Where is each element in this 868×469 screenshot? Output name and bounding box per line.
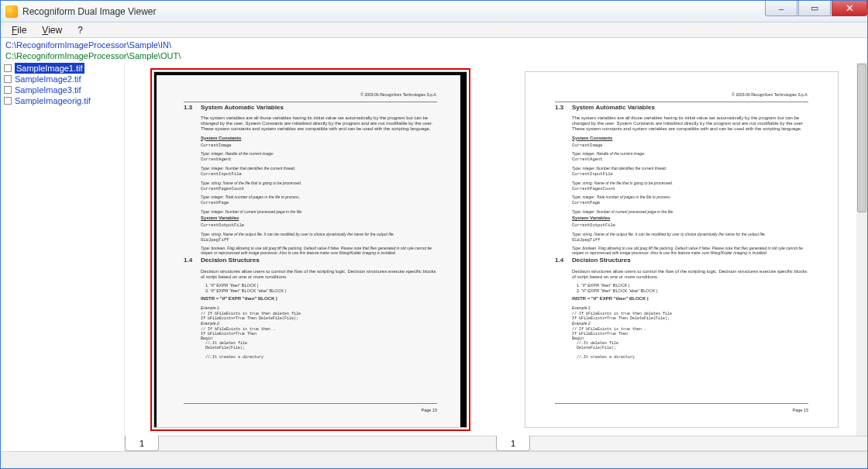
sub-heading: System Variables xyxy=(201,216,437,221)
checkbox-icon[interactable] xyxy=(4,75,12,83)
page-tab[interactable]: 1 xyxy=(496,436,530,451)
page-tabs: 1 xyxy=(496,436,867,451)
document-page: © 2003-06 Recogniform Technologies S.p.A… xyxy=(153,71,467,428)
doc-copyright: © 2003-06 Recogniform Technologies S.p.A… xyxy=(360,92,437,97)
document-page: © 2003-06 Recogniform Technologies S.p.A… xyxy=(525,71,839,428)
path-panel: C:\RecogniformImageProcessor\Sample\IN\ … xyxy=(1,38,867,63)
section-heading: 1.3System Automatic Variables xyxy=(184,104,437,112)
app-icon xyxy=(5,5,18,18)
file-name: SampleImage3.tif xyxy=(15,84,81,95)
list-item[interactable]: SampleImage3.tif xyxy=(1,84,124,95)
doc-copyright: © 2003-06 Recogniform Technologies S.p.A… xyxy=(732,92,808,97)
titlebar: Recogniform Dual Image Viewer – ▭ ✕ xyxy=(1,1,867,22)
vertical-scrollbar[interactable] xyxy=(856,63,867,436)
statusbar xyxy=(1,451,867,468)
file-list[interactable]: SampleImage1.tif SampleImage2.tif Sample… xyxy=(1,63,125,451)
selection-frame: © 2003-06 Recogniform Technologies S.p.A… xyxy=(150,68,470,431)
close-button[interactable]: ✕ xyxy=(832,1,867,16)
image-viewport[interactable]: © 2003-06 Recogniform Technologies S.p.A… xyxy=(125,63,496,436)
list-item[interactable]: SampleImage2.tif xyxy=(1,74,124,84)
output-path: C:\RecogniformImageProcessor\Sample\OUT\ xyxy=(5,50,863,61)
paragraph: Decision structures allow users to contr… xyxy=(572,269,808,280)
menu-view[interactable]: View xyxy=(36,23,68,37)
menu-file[interactable]: File xyxy=(5,23,33,37)
page-number: Page 15 xyxy=(793,408,809,413)
page-tabs: 1 xyxy=(125,436,496,451)
output-image-pane: © 2003-06 Recogniform Technologies S.p.A… xyxy=(496,63,867,451)
window-title: Recogniform Dual Image Viewer xyxy=(22,6,157,17)
section-heading: 1.3System Automatic Variables xyxy=(555,104,808,112)
file-name: SampleImage1.tif xyxy=(15,63,84,74)
paragraph: The system variables are all those varia… xyxy=(572,116,808,133)
checkbox-icon[interactable] xyxy=(4,86,12,94)
scroll-thumb[interactable] xyxy=(857,64,866,212)
section-heading: 1.4Decision Structures xyxy=(555,257,808,264)
sub-heading: System Variables xyxy=(572,216,808,221)
checkbox-icon[interactable] xyxy=(4,64,12,72)
file-name: SampleImageorig.tif xyxy=(15,95,91,106)
list-item[interactable]: SampleImage1.tif xyxy=(1,63,124,74)
input-image-pane: © 2003-06 Recogniform Technologies S.p.A… xyxy=(125,63,496,451)
minimize-button[interactable]: – xyxy=(765,1,797,16)
image-viewport[interactable]: © 2003-06 Recogniform Technologies S.p.A… xyxy=(496,63,867,436)
checkbox-icon[interactable] xyxy=(4,97,12,105)
input-path: C:\RecogniformImageProcessor\Sample\IN\ xyxy=(5,40,863,50)
list-item[interactable]: SampleImageorig.tif xyxy=(1,95,124,106)
window-controls: – ▭ ✕ xyxy=(764,1,867,16)
page-number: Page 15 xyxy=(422,408,438,413)
sub-heading: System Constants xyxy=(572,136,808,141)
maximize-button[interactable]: ▭ xyxy=(798,1,831,16)
section-heading: 1.4Decision Structures xyxy=(184,257,437,264)
file-name: SampleImage2.tif xyxy=(15,74,81,84)
page-tab[interactable]: 1 xyxy=(125,436,159,451)
paragraph: Decision structures allow users to contr… xyxy=(201,269,437,280)
menu-help[interactable]: ? xyxy=(71,23,89,37)
paragraph: The system variables are all those varia… xyxy=(201,116,437,133)
sub-heading: System Constants xyxy=(201,136,437,141)
menubar: File View ? xyxy=(1,22,867,38)
